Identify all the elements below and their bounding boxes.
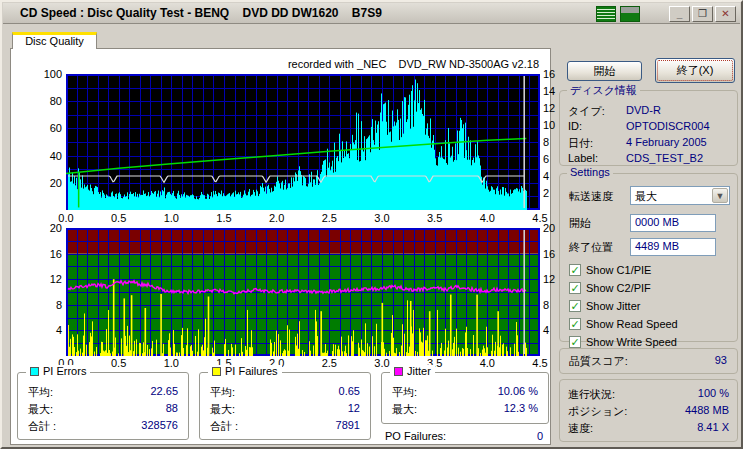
- progress-row: 速度:8.41 X: [568, 421, 731, 436]
- app-window: CD Speed : Disc Quality Test - BENQ DVD …: [0, 0, 743, 449]
- legend-stat-value: 10.06 %: [498, 385, 538, 397]
- axis-x-tick: 1.5: [209, 212, 239, 224]
- progress-row-value: 100 %: [698, 387, 729, 399]
- settings-caption: Settings: [567, 166, 613, 178]
- axis-y-left-tick: 16: [39, 248, 62, 260]
- checkbox-checked-icon[interactable]: ✓: [569, 318, 581, 330]
- legend-stat-row: 最大:12.3 %: [392, 402, 538, 417]
- disc-info-caption: ディスク情報: [567, 83, 640, 98]
- legend-stat-row: 平均:22.65: [28, 385, 178, 400]
- setting-field-input[interactable]: 0000 MB: [630, 214, 716, 232]
- legend-stat-value: 12: [348, 402, 360, 414]
- axis-x-tick: 1.0: [156, 357, 186, 369]
- axis-y-left-tick: 40: [29, 150, 62, 162]
- axis-x-tick: 3.5: [420, 212, 450, 224]
- show-option-row[interactable]: ✓Show Jitter: [569, 298, 640, 313]
- legend-stat-label: 合計 :: [210, 419, 238, 434]
- progress-row-value: 8.41 X: [697, 421, 729, 433]
- progress-row-label: 進行状況:: [568, 387, 615, 402]
- pi-errors-chart: [66, 74, 540, 210]
- show-option-row[interactable]: ✓Show Read Speed: [569, 316, 678, 331]
- axis-y-left-tick: 8: [39, 299, 62, 311]
- show-option-row[interactable]: ✓Show C2/PIF: [569, 280, 651, 295]
- disc-info-row: 日付:4 February 2005: [568, 136, 731, 151]
- axis-y-left-tick: 12: [39, 273, 62, 285]
- transfer-speed-select[interactable]: 最大 ▼: [630, 186, 730, 205]
- checkbox-checked-icon[interactable]: ✓: [569, 300, 581, 312]
- maximize-button[interactable]: ❐: [692, 6, 713, 22]
- axis-y-left-tick: 100: [29, 68, 62, 80]
- start-button[interactable]: 開始: [567, 61, 642, 81]
- legend-stat-label: 最大:: [28, 402, 53, 417]
- drive-icon[interactable]: [620, 6, 640, 22]
- report-icon[interactable]: [596, 6, 616, 22]
- checkbox-checked-icon[interactable]: ✓: [569, 282, 581, 294]
- disc-quality-page: recorded with _NEC DVD_RW ND-3500AG v2.1…: [10, 48, 551, 445]
- legend-stat-row: 合計 :7891: [210, 419, 360, 434]
- pi-errors-stats-group: PI Errors 平均:22.65最大:88合計 :328576: [17, 372, 189, 440]
- axis-y-left-tick: 4: [39, 324, 62, 336]
- show-option-label: Show Read Speed: [586, 318, 678, 330]
- legend-stat-row: 合計 :328576: [28, 419, 178, 434]
- pi-failures-chart: [66, 228, 540, 356]
- disc-info-group: ディスク情報 タイプ:DVD-RID:OPTODISCR004日付:4 Febr…: [559, 90, 738, 166]
- setting-field-input[interactable]: 4489 MB: [630, 238, 716, 256]
- pi-failures-swatch: [212, 367, 221, 376]
- recorder-info-label: recorded with _NEC DVD_RW ND-3500AG v2.1…: [71, 58, 539, 70]
- quality-score-label: 品質スコア:: [569, 354, 628, 369]
- title-bar[interactable]: CD Speed : Disc Quality Test - BENQ DVD …: [3, 3, 740, 24]
- legend-stat-row: 平均:0.65: [210, 385, 360, 400]
- legend-stat-label: 平均:: [210, 385, 235, 400]
- axis-x-tick: 4.0: [472, 357, 502, 369]
- legend-stat-row: 最大:12: [210, 402, 360, 417]
- checkbox-checked-icon[interactable]: ✓: [569, 264, 581, 276]
- axis-x-tick: 3.0: [367, 212, 397, 224]
- progress-row: 進行状況:100 %: [568, 387, 731, 402]
- progress-row-label: 速度:: [568, 421, 593, 436]
- legend-stat-value: 12.3 %: [504, 402, 538, 414]
- disc-info-row-value: DVD-R: [626, 104, 661, 116]
- progress-row-label: ポジション:: [568, 404, 627, 419]
- axis-x-tick: 1.0: [156, 212, 186, 224]
- legend-stat-label: 最大:: [210, 402, 235, 417]
- show-option-row[interactable]: ✓Show C1/PIE: [569, 262, 651, 277]
- setting-field-label: 終了位置: [569, 240, 613, 255]
- legend-stat-value: 88: [166, 402, 178, 414]
- close-button[interactable]: ✕: [715, 6, 736, 22]
- show-option-row[interactable]: ✓Show Write Speed: [569, 334, 677, 349]
- minimize-button[interactable]: _: [669, 6, 690, 22]
- disc-info-row-value: CDS_TEST_B2: [626, 152, 703, 164]
- axis-x-tick: 2.0: [262, 212, 292, 224]
- legend-stat-value: 328576: [141, 419, 178, 431]
- transfer-speed-value: 最大: [635, 189, 657, 204]
- legend-stat-row: 平均:10.06 %: [392, 385, 538, 400]
- chevron-down-icon[interactable]: ▼: [712, 188, 728, 203]
- show-option-label: Show C2/PIF: [586, 282, 651, 294]
- pi-errors-swatch: [30, 367, 39, 376]
- axis-x-tick: 2.5: [314, 212, 344, 224]
- disc-info-row: タイプ:DVD-R: [568, 104, 731, 119]
- disc-info-row-label: タイプ:: [568, 104, 605, 119]
- axis-y-left-tick: 20: [29, 177, 62, 189]
- checkbox-checked-icon[interactable]: ✓: [569, 336, 581, 348]
- axis-x-tick: 0.0: [51, 212, 81, 224]
- legend-stat-label: 平均:: [28, 385, 53, 400]
- settings-group: Settings 転送速度 最大 ▼ 開始0000 MB終了位置4489 MB …: [559, 173, 738, 342]
- legend-stat-value: 22.65: [150, 385, 178, 397]
- axis-x-tick: 4.0: [472, 212, 502, 224]
- po-failures-label: PO Failures:: [385, 430, 446, 442]
- transfer-speed-label: 転送速度: [569, 189, 613, 204]
- axis-y-left-tick: 80: [29, 95, 62, 107]
- legend-stat-value: 0.65: [339, 385, 360, 397]
- pi-errors-caption: PI Errors: [43, 365, 86, 377]
- exit-button[interactable]: 終了(X): [655, 58, 735, 83]
- axis-x-tick: 4.5: [525, 357, 555, 369]
- jitter-stats-group: Jitter 平均:10.06 %最大:12.3 %: [381, 372, 549, 424]
- disc-info-row-label: ID:: [568, 120, 582, 132]
- tab-disc-quality[interactable]: Disc Quality: [12, 32, 97, 49]
- axis-y-left-tick: 60: [29, 122, 62, 134]
- exit-button-label: 終了(X): [657, 60, 733, 81]
- po-failures-value: 0: [537, 430, 543, 442]
- axis-y-right-tick: 16: [543, 68, 563, 80]
- progress-group: 進行状況:100 %ポジション:4488 MB速度:8.41 X: [559, 379, 738, 442]
